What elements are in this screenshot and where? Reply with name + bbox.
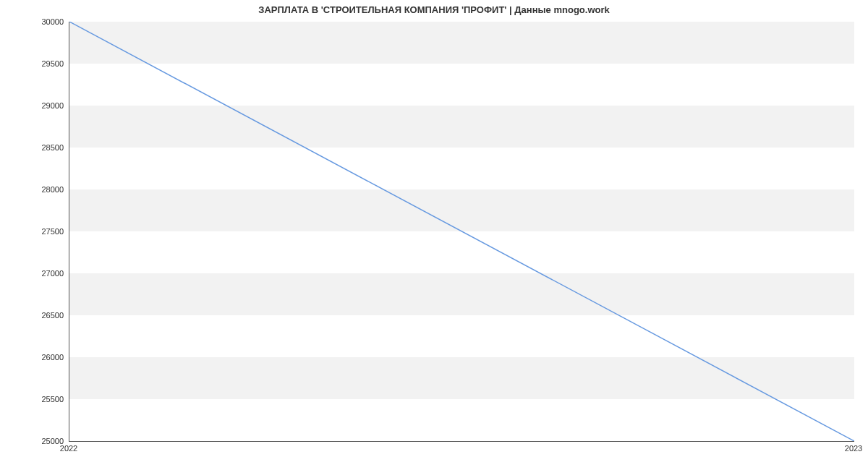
y-tick-label: 26500 bbox=[0, 311, 64, 320]
x-axis-labels: 2022 2023 bbox=[69, 444, 854, 458]
line-series bbox=[69, 22, 854, 441]
y-tick-label: 25000 bbox=[0, 437, 64, 445]
y-tick-label: 25500 bbox=[0, 395, 64, 403]
plot-area bbox=[69, 22, 854, 442]
y-tick-label: 30000 bbox=[0, 17, 64, 26]
y-tick-label: 28500 bbox=[0, 143, 64, 152]
y-tick-label: 27500 bbox=[0, 227, 64, 236]
y-tick-label: 29500 bbox=[0, 59, 64, 68]
x-tick-label: 2022 bbox=[60, 444, 77, 453]
y-tick-label: 29000 bbox=[0, 101, 64, 110]
y-tick-label: 26000 bbox=[0, 353, 64, 362]
y-tick-label: 28000 bbox=[0, 185, 64, 194]
chart-title: ЗАРПЛАТА В 'СТРОИТЕЛЬНАЯ КОМПАНИЯ 'ПРОФИ… bbox=[0, 4, 868, 15]
y-axis-labels: 25000 25500 26000 26500 27000 27500 2800… bbox=[0, 22, 64, 441]
x-tick-label: 2023 bbox=[845, 444, 862, 453]
y-tick-label: 27000 bbox=[0, 269, 64, 278]
